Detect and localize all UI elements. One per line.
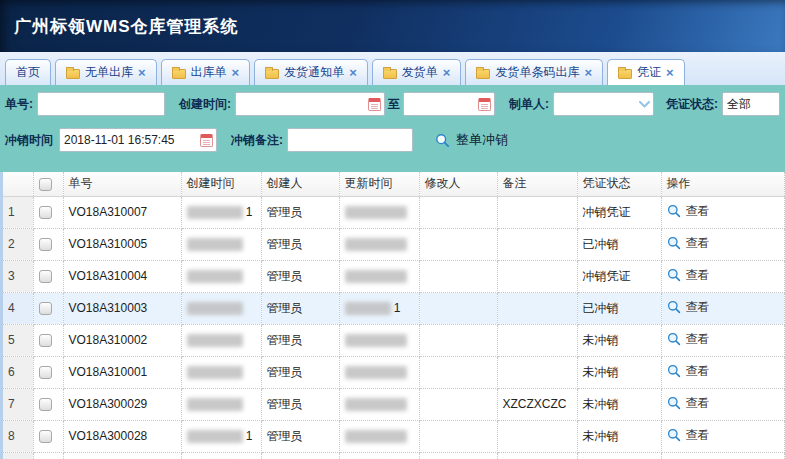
row-checkbox[interactable] [39, 430, 52, 443]
calendar-icon[interactable] [368, 98, 381, 111]
row-checkbox[interactable] [39, 334, 52, 347]
updated-time-cell: 0 30 [339, 452, 419, 459]
folder-icon [476, 69, 490, 79]
updated-time-cell [339, 420, 419, 452]
writeoff-remark-label: 冲销备注: [231, 132, 283, 149]
row-index: 6 [3, 356, 33, 388]
maker-select[interactable] [553, 92, 654, 116]
creator-cell: 管理员 [261, 356, 339, 388]
status-cell: 未冲销 [577, 388, 661, 420]
view-link[interactable]: 查看 [667, 331, 710, 348]
action-cell: 查看 [661, 228, 785, 260]
row-checkbox[interactable] [39, 206, 52, 219]
redacted-timestamp [187, 398, 243, 411]
view-link-label: 查看 [686, 331, 710, 348]
select-all-checkbox[interactable] [39, 178, 52, 191]
table-row[interactable]: 9VO18A3000272( 0 1管理员 0 30未冲销查看 [3, 452, 785, 459]
status-cell: 未冲销 [577, 356, 661, 388]
view-link[interactable]: 查看 [667, 203, 710, 220]
close-icon[interactable]: × [138, 66, 146, 79]
close-icon[interactable]: × [443, 66, 451, 79]
view-link[interactable]: 查看 [667, 395, 710, 412]
updated-time-cell [339, 260, 419, 292]
tab-label: 无单出库 [85, 64, 133, 81]
table-row[interactable]: 6VO18A310001管理员未冲销查看 [3, 356, 785, 388]
table-row[interactable]: 8VO18A300028 1管理员未冲销查看 [3, 420, 785, 452]
folder-icon [172, 69, 186, 79]
close-icon[interactable]: × [584, 66, 592, 79]
remark-cell: XZCZXCZC [497, 388, 577, 420]
row-index: 8 [3, 420, 33, 452]
modifier-cell [419, 324, 497, 356]
view-link[interactable]: 查看 [667, 427, 710, 444]
creator-cell: 管理员 [261, 420, 339, 452]
redacted-timestamp [345, 366, 407, 379]
created-time-cell [181, 356, 261, 388]
tab-label: 凭证 [637, 64, 661, 81]
row-checkbox[interactable] [39, 270, 52, 283]
redacted-timestamp [187, 270, 243, 283]
view-link[interactable]: 查看 [667, 235, 710, 252]
tab-发货单条码出库[interactable]: 发货单条码出库× [465, 59, 603, 85]
row-index: 5 [3, 324, 33, 356]
row-checkbox[interactable] [39, 366, 52, 379]
table-row[interactable]: 2VO18A310005管理员已冲销查看 [3, 228, 785, 260]
row-index: 2 [3, 228, 33, 260]
created-time-cell [181, 228, 261, 260]
search-icon [667, 428, 681, 442]
search-icon [667, 300, 681, 314]
filter-panel: 单号: 创建时间: 至 制单人: 凭证状态: 冲销时间 [0, 85, 785, 172]
updated-time-cell [339, 228, 419, 260]
table-row[interactable]: 7VO18A300029管理员XZCZXCZC未冲销查看 [3, 388, 785, 420]
close-icon[interactable]: × [232, 66, 240, 79]
creator-cell: 管理员 [261, 452, 339, 459]
order-no-label: 单号: [5, 96, 33, 113]
table-row[interactable]: 3VO18A310004管理员冲销凭证查看 [3, 260, 785, 292]
view-link[interactable]: 查看 [667, 267, 710, 284]
remark-cell [497, 356, 577, 388]
redacted-timestamp [345, 270, 407, 283]
row-checkbox[interactable] [39, 238, 52, 251]
order-no-cell: VO18A310005 [63, 228, 181, 260]
tab-发货单[interactable]: 发货单× [372, 59, 462, 85]
close-icon[interactable]: × [349, 66, 357, 79]
calendar-icon[interactable] [200, 134, 213, 147]
row-number-header [3, 172, 33, 196]
row-checkbox[interactable] [39, 302, 52, 315]
view-link[interactable]: 查看 [667, 299, 710, 316]
tab-首页[interactable]: 首页 [5, 59, 51, 85]
modifier-cell [419, 292, 497, 324]
voucher-status-select[interactable] [722, 92, 780, 116]
close-icon[interactable]: × [666, 66, 674, 79]
writeoff-whole-order-button[interactable]: 整单冲销 [435, 131, 508, 149]
tab-凭证[interactable]: 凭证× [607, 59, 685, 85]
view-link[interactable]: 查看 [667, 363, 710, 380]
remark-cell [497, 420, 577, 452]
writeoff-time-input[interactable] [59, 128, 217, 152]
row-checkbox[interactable] [39, 398, 52, 411]
calendar-icon[interactable] [478, 98, 491, 111]
order-no-input[interactable] [37, 92, 165, 116]
title-bar: 广州标领WMS仓库管理系统 [0, 0, 785, 52]
remark-cell [497, 324, 577, 356]
modifier-cell [419, 196, 497, 228]
tab-出库单[interactable]: 出库单× [161, 59, 251, 85]
table-row[interactable]: 1VO18A310007 1管理员冲销凭证查看 [3, 196, 785, 228]
created-time-cell: 1 [181, 196, 261, 228]
search-icon [667, 236, 681, 250]
updated-time-cell: 1 [339, 292, 419, 324]
tab-label: 首页 [16, 64, 40, 81]
creator-cell: 管理员 [261, 324, 339, 356]
created-time-label: 创建时间: [179, 96, 231, 113]
order-no-cell: VO18A300028 [63, 420, 181, 452]
tab-发货通知单[interactable]: 发货通知单× [254, 59, 368, 85]
table-row[interactable]: 4VO18A310003管理员 1已冲销查看 [3, 292, 785, 324]
view-link-label: 查看 [686, 299, 710, 316]
creator-cell: 管理员 [261, 292, 339, 324]
order-no-cell: VO18A310007 [63, 196, 181, 228]
tab-无单出库[interactable]: 无单出库× [55, 59, 157, 85]
created-time-from-input[interactable] [235, 92, 385, 116]
table-row[interactable]: 5VO18A310002管理员未冲销查看 [3, 324, 785, 356]
redacted-timestamp [187, 302, 243, 315]
writeoff-remark-input[interactable] [287, 128, 413, 152]
